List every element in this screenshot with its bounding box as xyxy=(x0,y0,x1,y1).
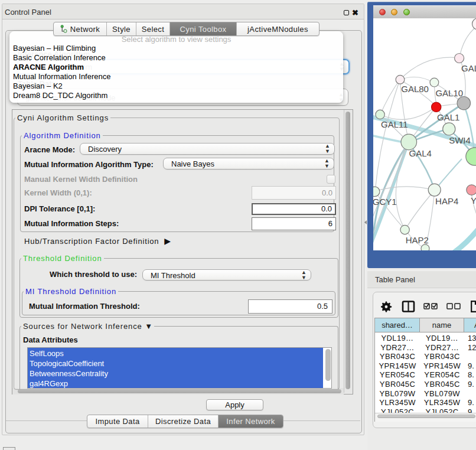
svg-text:GCY1: GCY1 xyxy=(373,197,397,207)
svg-text:GAL7: GAL7 xyxy=(461,63,476,73)
svg-text:HAP2: HAP2 xyxy=(406,235,429,245)
svg-text:GAL11: GAL11 xyxy=(381,119,408,129)
svg-text:GAL4: GAL4 xyxy=(409,148,432,158)
svg-text:GAL1: GAL1 xyxy=(437,112,459,122)
svg-text:GAL10: GAL10 xyxy=(435,88,463,98)
svg-text:YM: YM xyxy=(471,195,476,206)
svg-text:SWI4: SWI4 xyxy=(449,135,471,145)
svg-text:GAL80: GAL80 xyxy=(401,84,429,94)
svg-text:HAP4: HAP4 xyxy=(435,196,458,206)
